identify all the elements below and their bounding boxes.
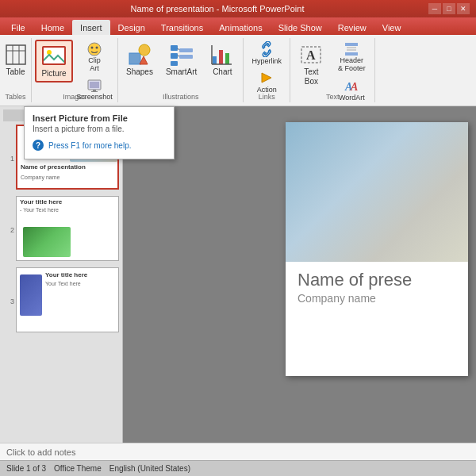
- svg-point-18: [139, 44, 150, 56]
- picture-label: Picture: [41, 69, 66, 79]
- title-bar: Name of presentation - Microsoft PowerPo…: [0, 0, 476, 17]
- tab-animations[interactable]: Animations: [211, 20, 270, 35]
- slide-2-content: Your title here - Your Text here: [17, 197, 118, 260]
- action-icon: [259, 70, 274, 86]
- hyperlink-icon: [259, 41, 274, 57]
- svg-rect-20: [171, 45, 178, 51]
- textbox-icon: A: [298, 42, 324, 67]
- close-button[interactable]: ✕: [457, 3, 470, 14]
- svg-rect-12: [93, 90, 96, 91]
- svg-marker-32: [262, 73, 271, 83]
- svg-rect-23: [179, 48, 193, 52]
- chart-label: Chart: [213, 67, 232, 77]
- hyperlink-label: Hyperlink: [252, 57, 282, 65]
- svg-rect-13: [91, 91, 98, 92]
- wordart-icon: A A: [344, 78, 359, 94]
- help-icon: ?: [33, 140, 44, 151]
- svg-rect-27: [213, 56, 217, 64]
- svg-rect-21: [171, 53, 178, 59]
- tooltip-description: Insert a picture from a file.: [25, 125, 174, 136]
- svg-line-26: [178, 56, 179, 56]
- ribbon-group-tables: Table Tables: [0, 38, 32, 102]
- slide-3-title: Your title here: [45, 271, 87, 278]
- slide-2-image: [23, 227, 71, 257]
- tab-transitions[interactable]: Transitions: [153, 20, 211, 35]
- slide-3-row: 3 Your title here Your Text here: [3, 267, 119, 336]
- tooltip-help-text: Press F1 for more help.: [48, 141, 131, 150]
- title-bar-controls: ─ □ ✕: [428, 3, 470, 14]
- maximize-button[interactable]: □: [443, 3, 455, 14]
- tooltip-title: Insert Picture from File: [25, 112, 174, 125]
- tooltip-help[interactable]: ? Press F1 for more help.: [25, 136, 174, 154]
- chart-icon: [209, 42, 235, 67]
- ribbon-group-images: Picture ClipArt: [32, 38, 118, 102]
- illustrations-group-label: Illustrations: [118, 93, 243, 101]
- slide-3-text: Your Text here: [45, 281, 81, 286]
- svg-rect-0: [6, 45, 25, 64]
- slide-1-subtitle: Company name: [21, 175, 60, 180]
- tab-design[interactable]: Design: [110, 20, 153, 35]
- svg-rect-11: [90, 82, 99, 88]
- status-slide-info: Slide 1 of 3: [6, 464, 46, 473]
- slide-canvas-image: [286, 122, 468, 262]
- notes-bar[interactable]: Click to add notes: [0, 443, 476, 460]
- slide-1-title: Name of presentation: [21, 163, 86, 171]
- slide-2-text: - Your Text here: [20, 207, 59, 213]
- chart-button[interactable]: Chart: [205, 40, 240, 79]
- header-footer-icon: [344, 41, 359, 57]
- slide-2-num: 2: [3, 226, 14, 234]
- text-group-label: Text: [290, 93, 374, 101]
- slide-2-row: 2 Your title here - Your Text here: [3, 196, 119, 264]
- slide-1-num: 1: [3, 155, 14, 163]
- tab-view[interactable]: View: [374, 20, 409, 35]
- svg-rect-29: [225, 53, 229, 64]
- svg-point-9: [96, 47, 98, 49]
- table-icon: [3, 42, 29, 67]
- slide-3-num: 3: [3, 298, 14, 305]
- svg-point-7: [88, 43, 101, 56]
- clipart-icon: [86, 41, 102, 57]
- smartart-button[interactable]: SmartArt: [161, 40, 202, 79]
- shapes-label: Shapes: [126, 67, 153, 77]
- ribbon-group-illustrations: Shapes SmartArt: [118, 38, 244, 102]
- ribbon: Table Tables Picture: [0, 35, 476, 106]
- svg-rect-22: [171, 61, 178, 66]
- action-button[interactable]: Action: [247, 68, 286, 95]
- tab-review[interactable]: Review: [330, 20, 374, 35]
- svg-line-25: [178, 48, 179, 50]
- tables-group-label: Tables: [0, 93, 31, 101]
- clipart-button[interactable]: ClipArt: [75, 40, 114, 75]
- status-language: English (United States): [109, 464, 190, 473]
- clipart-label: ClipArt: [88, 57, 101, 73]
- title-bar-text: Name of presentation - Microsoft PowerPo…: [6, 4, 428, 13]
- tab-slideshow[interactable]: Slide Show: [271, 20, 330, 35]
- table-label: Table: [6, 67, 25, 77]
- table-button[interactable]: Table: [0, 40, 33, 79]
- picture-button[interactable]: Picture: [35, 40, 73, 83]
- svg-rect-28: [219, 50, 223, 64]
- slide-3-content: Your title here Your Text here: [17, 268, 118, 332]
- status-theme: Office Theme: [54, 464, 102, 473]
- images-group-label: Images: [32, 93, 117, 101]
- hyperlink-button[interactable]: Hyperlink: [247, 40, 286, 67]
- slide-canvas-title: Name of prese: [286, 262, 468, 292]
- tab-file[interactable]: File: [3, 20, 33, 35]
- svg-rect-35: [345, 43, 358, 46]
- screenshot-icon: [86, 78, 102, 94]
- ribbon-group-text: A TextBox Header& Footer: [290, 38, 375, 102]
- tab-insert[interactable]: Insert: [72, 20, 110, 35]
- minimize-button[interactable]: ─: [428, 3, 441, 14]
- tab-home[interactable]: Home: [33, 20, 72, 35]
- shapes-icon: [127, 42, 152, 67]
- notes-placeholder: Click to add notes: [6, 447, 75, 457]
- slide-3-thumb[interactable]: Your title here Your Text here: [16, 267, 119, 332]
- smartart-label: SmartArt: [166, 67, 197, 77]
- ribbon-tabs: File Home Insert Design Transitions Anim…: [0, 17, 476, 35]
- header-footer-button[interactable]: Header& Footer: [332, 40, 371, 75]
- slide-2-thumb[interactable]: Your title here - Your Text here: [16, 196, 119, 261]
- ribbon-group-links: Hyperlink Action Links: [244, 38, 290, 102]
- slide-canvas[interactable]: Name of prese Company name: [286, 122, 468, 376]
- textbox-button[interactable]: A TextBox: [294, 40, 328, 89]
- shapes-button[interactable]: Shapes: [121, 40, 158, 79]
- picture-icon: [41, 44, 67, 69]
